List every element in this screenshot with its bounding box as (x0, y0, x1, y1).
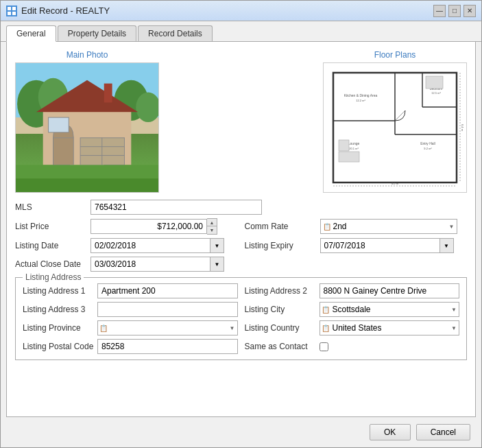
city-label: Listing City (245, 305, 317, 314)
comm-rate-select-wrapper: 📋 2nd 1st 3rd ▼ (320, 219, 457, 234)
postal-input[interactable] (97, 339, 238, 354)
province-label: Listing Province (23, 323, 95, 333)
listing-date-wrapper: ▼ (91, 238, 224, 253)
addr1-label: Listing Address 1 (23, 286, 95, 296)
address-grid: Listing Address 1 Listing Address 2 List… (23, 283, 459, 354)
main-content: Main Photo (6, 42, 476, 417)
mls-label: MLS (15, 202, 91, 212)
main-window: Edit Record - REALTY — □ ✕ General Prope… (0, 0, 482, 448)
svg-rect-1 (12, 7, 16, 10)
list-price-col: List Price ▲ ▼ (15, 218, 238, 235)
country-select-wrapper: 📋 United States Canada Mexico ▼ (320, 320, 460, 335)
floor-plans-section: Floor Plans (323, 50, 467, 193)
comm-rate-label: Comm Rate (245, 222, 320, 231)
svg-rect-0 (8, 7, 11, 10)
addr2-input[interactable] (320, 283, 460, 298)
city-select[interactable]: Scottsdale Phoenix Tempe (320, 302, 460, 317)
country-select[interactable]: United States Canada Mexico (320, 320, 460, 335)
minimize-button[interactable]: — (433, 5, 446, 17)
floor-plans-container[interactable]: Kitchen & Dining Area 12.2 m² Bedroom 12… (323, 62, 467, 193)
svg-text:Lounge: Lounge (348, 141, 360, 145)
addr1-row: Listing Address 1 (23, 283, 238, 298)
province-select[interactable]: Arizona California (97, 320, 238, 335)
country-label: Listing Country (245, 323, 317, 333)
addr2-label: Listing Address 2 (245, 286, 317, 296)
tab-record-details[interactable]: Record Details (138, 25, 213, 41)
country-row: Listing Country 📋 United States Canada M… (245, 320, 460, 335)
title-bar-left: Edit Record - REALTY (6, 5, 110, 16)
restore-button[interactable]: □ (448, 5, 461, 17)
close-button[interactable]: ✕ (463, 5, 476, 17)
title-bar: Edit Record - REALTY — □ ✕ (1, 1, 481, 21)
svg-line-27 (395, 110, 405, 121)
actual-close-date-input[interactable] (91, 257, 210, 272)
tab-property-details[interactable]: Property Details (58, 25, 136, 41)
city-select-wrapper: 📋 Scottsdale Phoenix Tempe ▼ (320, 302, 460, 317)
svg-rect-3 (12, 12, 16, 15)
floor-plans-label[interactable]: Floor Plans (374, 50, 416, 60)
svg-rect-20 (16, 178, 158, 192)
actual-close-date-calendar-button[interactable]: ▼ (210, 257, 224, 272)
listing-address-title: Listing Address (23, 272, 84, 282)
price-increment-button[interactable]: ▲ (207, 219, 217, 226)
same-as-contact-wrapper (320, 342, 328, 351)
actual-close-date-wrapper: ▼ (91, 257, 224, 272)
addr3-label: Listing Address 3 (23, 305, 95, 314)
listing-expiry-calendar-button[interactable]: ▼ (440, 238, 454, 253)
list-price-spinner: ▲ ▼ (91, 218, 217, 235)
svg-rect-37 (339, 140, 349, 151)
svg-text:Kitchen & Dining Area: Kitchen & Dining Area (344, 93, 378, 97)
same-as-contact-row: Same as Contact (245, 339, 460, 354)
svg-rect-11 (104, 84, 112, 103)
ok-button[interactable]: OK (370, 424, 411, 440)
listing-date-label: Listing Date (15, 241, 91, 250)
svg-rect-2 (8, 12, 11, 15)
window-title: Edit Record - REALTY (21, 5, 110, 16)
same-as-contact-checkbox[interactable] (320, 342, 328, 351)
mls-row: MLS (15, 200, 467, 215)
comm-rate-col: Comm Rate 📋 2nd 1st 3rd ▼ (245, 219, 468, 234)
addr3-row: Listing Address 3 (23, 302, 238, 317)
province-select-wrapper: 📋 Arizona California ▼ (97, 320, 238, 335)
dialog-footer: OK Cancel (1, 417, 481, 447)
postal-label: Listing Postal Code (23, 342, 95, 351)
svg-text:12.2 m²: 12.2 m² (356, 99, 365, 102)
main-photo-container[interactable] (15, 62, 159, 193)
close-date-row: Actual Close Date ▼ (15, 257, 467, 272)
listing-expiry-label: Listing Expiry (245, 241, 320, 250)
main-photo-label[interactable]: Main Photo (67, 50, 108, 60)
listing-date-input[interactable] (91, 238, 210, 253)
svg-rect-16 (53, 138, 74, 165)
svg-rect-36 (339, 152, 359, 162)
price-comm-row: List Price ▲ ▼ Comm Rate 📋 2nd 1st 3 (15, 218, 467, 235)
same-as-contact-label: Same as Contact (245, 342, 317, 351)
cancel-button[interactable]: Cancel (416, 424, 470, 440)
photos-row: Main Photo (15, 50, 467, 193)
city-row: Listing City 📋 Scottsdale Phoenix Tempe … (245, 302, 460, 317)
mls-input[interactable] (91, 200, 262, 215)
addr1-input[interactable] (97, 283, 238, 298)
listing-expiry-col: Listing Expiry ▼ (245, 238, 468, 253)
listing-date-calendar-button[interactable]: ▼ (210, 238, 224, 253)
main-photo-section: Main Photo (15, 50, 159, 193)
list-price-label: List Price (15, 222, 91, 231)
tab-bar: General Property Details Record Details (1, 21, 481, 42)
postal-row: Listing Postal Code (23, 339, 238, 354)
listing-expiry-wrapper: ▼ (320, 238, 454, 253)
listing-expiry-input[interactable] (320, 238, 440, 253)
addr2-row: Listing Address 2 (245, 283, 460, 298)
province-row: Listing Province 📋 Arizona California ▼ (23, 320, 238, 335)
tab-general[interactable]: General (6, 25, 56, 42)
svg-rect-38 (426, 76, 443, 89)
list-price-input[interactable] (91, 219, 207, 234)
svg-text:12.5 m²: 12.5 m² (431, 91, 441, 95)
listing-date-col: Listing Date ▼ (15, 238, 238, 253)
addr3-input[interactable] (97, 302, 238, 317)
listing-address-section: Listing Address Listing Address 1 Listin… (15, 277, 467, 360)
price-decrement-button[interactable]: ▼ (207, 226, 217, 234)
actual-close-date-label: Actual Close Date (15, 259, 91, 269)
svg-rect-17 (49, 117, 69, 132)
svg-text:Entry Hall: Entry Hall (420, 141, 435, 145)
svg-text:8.0 m: 8.0 m (391, 182, 399, 185)
comm-rate-select[interactable]: 2nd 1st 3rd (320, 219, 457, 234)
